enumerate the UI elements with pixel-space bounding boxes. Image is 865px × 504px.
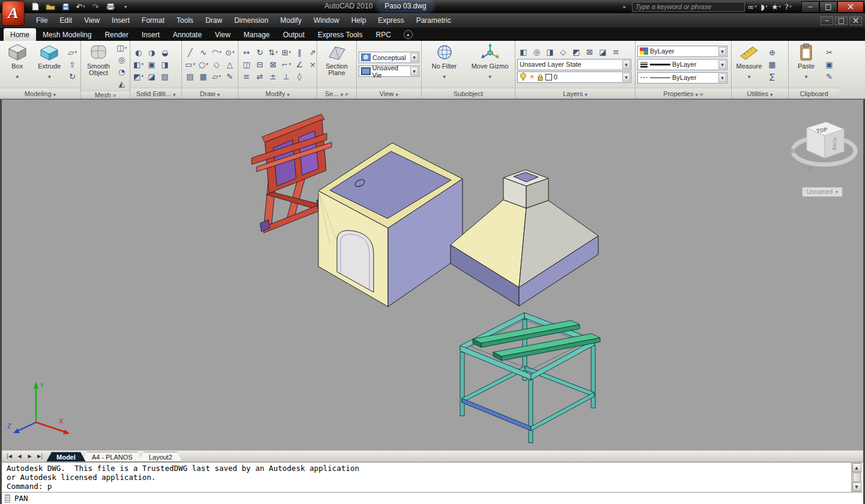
tab-home[interactable]: Home (4, 28, 36, 41)
solid-interfere-icon[interactable]: ◨ (159, 59, 171, 70)
tab-view[interactable]: View (208, 28, 237, 41)
panel-label-view[interactable]: View (357, 88, 421, 99)
panel-label-properties[interactable]: Properties (636, 88, 731, 99)
solid-extract-edges-icon[interactable]: ◩ (132, 71, 145, 82)
gradient-icon[interactable]: ▦ (197, 71, 210, 82)
menu-modify[interactable]: Modify (275, 13, 308, 28)
tab-a4-planos[interactable]: A4 - PLANOS (82, 452, 143, 462)
menu-help[interactable]: Help (345, 13, 372, 28)
move-icon[interactable]: ↔ (240, 47, 253, 58)
layer-state-dropdown[interactable] (622, 60, 630, 69)
named-view-dropdown[interactable] (410, 67, 418, 76)
quick-select-icon[interactable]: ⊕ (766, 47, 778, 58)
hatch-icon[interactable]: ▤ (184, 71, 196, 82)
application-menu-button[interactable]: A (2, 1, 25, 26)
move-gizmo-button[interactable]: Move Gizmo (469, 42, 511, 80)
layer-on-bulb-icon[interactable] (520, 73, 527, 81)
model-canvas[interactable] (2, 100, 863, 451)
revision-cloud-icon[interactable]: ✎ (223, 71, 236, 82)
search-binoculars-icon[interactable]: ∞ (747, 2, 757, 11)
ellipse-icon[interactable]: ○ (197, 59, 210, 70)
linetype-combo[interactable]: ByLayer (637, 72, 727, 83)
layer-color-chip[interactable] (545, 74, 552, 80)
layer-thaw-sun-icon[interactable] (529, 73, 535, 81)
drawing-viewport[interactable]: W S TOP BACK Unnamed Y X Z (0, 99, 865, 451)
smooth-object-button[interactable]: Smooth Object (83, 42, 114, 76)
new-file-icon[interactable] (30, 2, 41, 11)
tab-model[interactable]: Model (46, 452, 86, 462)
solid-union-icon[interactable]: ◐ (132, 47, 145, 58)
menu-draw[interactable]: Draw (199, 13, 228, 28)
layer-dropdown[interactable] (622, 73, 630, 82)
presspull-icon[interactable]: ⇧ (66, 59, 79, 70)
undo-icon[interactable] (75, 2, 86, 11)
chamfer-icon[interactable]: ∠ (293, 59, 306, 70)
panel-label-utilities[interactable]: Utilities (732, 88, 788, 99)
command-line-grip[interactable] (5, 494, 10, 503)
layer-prev-icon[interactable]: ◪ (596, 46, 609, 58)
tab-manage[interactable]: Manage (237, 28, 276, 41)
arc-icon[interactable]: ◠ (210, 47, 223, 58)
boundary-icon[interactable]: ▱ (210, 71, 223, 82)
ribbon-minimize-button[interactable] (404, 30, 413, 39)
prev-layout-button[interactable]: ◀ (14, 452, 25, 461)
solid-thicken-icon[interactable]: ▣ (145, 59, 158, 70)
menu-view[interactable]: View (78, 13, 106, 28)
tab-layout2[interactable]: Layout2 (139, 452, 183, 462)
mesh-primitives-icon[interactable]: ◫ (115, 42, 128, 53)
layer-properties-icon[interactable]: ◧ (517, 46, 530, 58)
layer-match-icon[interactable]: ⊠ (583, 46, 596, 58)
next-layout-button[interactable]: ▶ (25, 452, 35, 461)
visual-style-combo[interactable]: Conceptual (359, 52, 419, 63)
help-icon[interactable]: ? (783, 2, 794, 11)
command-input-line[interactable]: PAN (0, 492, 865, 504)
menu-format[interactable]: Format (136, 13, 171, 28)
communication-center-icon[interactable]: ◗ (759, 2, 769, 11)
panel-label-section[interactable]: Se... (317, 88, 356, 99)
tab-output[interactable]: Output (276, 28, 311, 41)
layer-off-icon[interactable]: ◎ (530, 46, 543, 58)
menu-window[interactable]: Window (308, 13, 345, 28)
first-layout-button[interactable]: |◀ (4, 452, 14, 461)
helix-icon[interactable]: ↻ (66, 71, 79, 82)
rectangle-icon[interactable]: ▭ (184, 59, 196, 70)
menu-dimension[interactable]: Dimension (228, 13, 275, 28)
menu-insert[interactable]: Insert (106, 13, 136, 28)
menu-express[interactable]: Express (372, 13, 410, 28)
redo-icon[interactable] (90, 2, 101, 11)
tab-mesh-mode[interactable]: Mesh Modeling (36, 28, 98, 41)
doc-minimize-button[interactable] (821, 16, 833, 25)
line-icon[interactable]: ╱ (184, 47, 196, 58)
panel-label-modeling[interactable]: Modeling (0, 88, 80, 99)
lengthen-icon[interactable]: ⊥ (280, 71, 293, 82)
save-icon[interactable] (60, 2, 71, 11)
array-icon[interactable]: ⊞ (280, 47, 293, 58)
layer-combo[interactable]: 0 (517, 71, 631, 83)
model-fireplace[interactable] (318, 143, 463, 307)
tab-annotate[interactable]: Annotate (166, 28, 208, 41)
search-input[interactable] (632, 2, 745, 12)
polysolid-icon[interactable]: ▱ (66, 47, 79, 58)
panel-label-clipboard[interactable]: Clipboard (789, 88, 839, 99)
object-color-dropdown[interactable] (718, 47, 726, 56)
explode-icon[interactable]: ≡ (240, 71, 253, 82)
cut-icon[interactable]: ✂ (823, 47, 836, 58)
lineweight-combo[interactable]: ByLayer (637, 59, 727, 70)
menu-parametric[interactable]: Parametric (410, 13, 457, 28)
scroll-up-button[interactable] (852, 463, 861, 472)
panel-label-draw[interactable]: Draw (182, 88, 238, 99)
tab-express-tools[interactable]: Express Tools (311, 28, 369, 41)
box-button[interactable]: Box (2, 42, 33, 80)
solid-subtract-icon[interactable]: ◑ (145, 47, 158, 58)
solid-intersect-icon[interactable]: ◒ (159, 47, 171, 58)
plot-icon[interactable] (105, 2, 116, 11)
open-file-icon[interactable] (45, 2, 56, 11)
viewcube[interactable]: W S TOP BACK (790, 115, 859, 184)
scrollbar-thumb[interactable] (853, 473, 861, 482)
polygon-icon[interactable]: ◇ (210, 59, 223, 70)
break-icon[interactable]: ± (267, 71, 279, 82)
paste-button[interactable]: Paste (791, 42, 822, 80)
command-scrollbar[interactable] (851, 463, 861, 492)
panel-label-subobject[interactable]: Subobject (422, 88, 515, 99)
trim-icon[interactable]: ⇅ (267, 47, 279, 58)
